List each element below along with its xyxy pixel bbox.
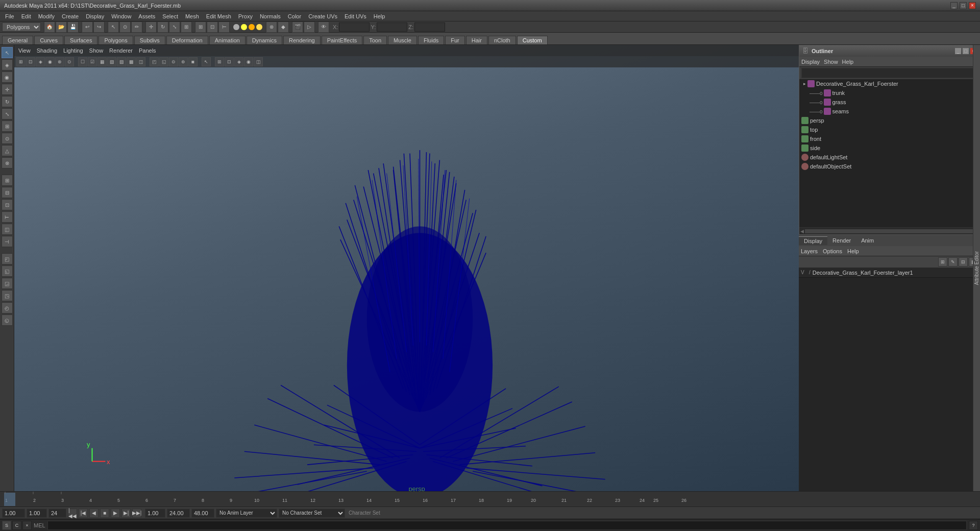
tool11-btn[interactable]: ⊞ bbox=[2, 175, 13, 186]
menu-assets[interactable]: Assets bbox=[135, 13, 158, 20]
stop-btn[interactable]: ■ bbox=[100, 509, 109, 518]
vp-icon-2[interactable]: ⊡ bbox=[26, 57, 35, 66]
tab-fluids[interactable]: Fluids bbox=[418, 36, 444, 44]
move-btn[interactable]: ✛ bbox=[145, 21, 157, 33]
tool9-btn[interactable]: △ bbox=[2, 145, 13, 156]
color-btn-4[interactable] bbox=[256, 23, 263, 31]
tool6-btn[interactable]: ⤡ bbox=[2, 108, 13, 119]
outliner-item-side[interactable]: side bbox=[799, 143, 979, 153]
menu-modify[interactable]: Modify bbox=[35, 13, 58, 20]
tool10-btn[interactable]: ⊗ bbox=[2, 157, 13, 168]
tab-subdivs[interactable]: Subdivs bbox=[134, 36, 165, 44]
outliner-item-front[interactable]: front bbox=[799, 134, 979, 143]
tool16-btn[interactable]: ⊣ bbox=[2, 236, 13, 247]
outliner-item-persp[interactable]: persp bbox=[799, 116, 979, 125]
vp-menu-lighting[interactable]: Lighting bbox=[63, 47, 83, 54]
tab-painteffects[interactable]: PaintEffects bbox=[322, 36, 363, 44]
attribute-editor-label[interactable]: Attribute Editor bbox=[974, 251, 979, 285]
outliner-menu-help[interactable]: Help bbox=[842, 59, 854, 65]
current-frame-input[interactable] bbox=[2, 509, 25, 518]
vp-icon-1[interactable]: ⊞ bbox=[16, 57, 26, 66]
menu-window[interactable]: Window bbox=[108, 13, 134, 20]
menu-mesh[interactable]: Mesh bbox=[182, 13, 202, 20]
transform-btn[interactable]: ⊞ bbox=[181, 21, 192, 33]
menu-proxy[interactable]: Proxy bbox=[235, 13, 256, 20]
tab-ncloth[interactable]: nCloth bbox=[488, 36, 516, 44]
outliner-item-decorative-grass[interactable]: ▸ Decorative_Grass_Karl_Foerster bbox=[799, 79, 979, 88]
tool15-btn[interactable]: ◫ bbox=[2, 224, 13, 235]
tab-fur[interactable]: Fur bbox=[445, 36, 465, 44]
outliner-search-bar[interactable] bbox=[801, 68, 977, 78]
z-field[interactable] bbox=[414, 22, 445, 32]
history-btn[interactable]: ⊗ bbox=[266, 21, 277, 33]
vp-icon-10[interactable]: ▧ bbox=[107, 57, 116, 66]
range-start-input[interactable] bbox=[27, 509, 47, 518]
step-back-btn[interactable]: |◀ bbox=[79, 509, 88, 518]
menu-create[interactable]: Create bbox=[59, 13, 82, 20]
jump-end-btn[interactable]: ▶▶| bbox=[132, 509, 141, 518]
color-btn-3[interactable] bbox=[248, 23, 255, 31]
outliner-hscroll[interactable]: ◀ ▶ bbox=[799, 227, 979, 234]
tool21-btn[interactable]: ◴ bbox=[2, 302, 13, 313]
snap1-btn[interactable]: ⊞ bbox=[195, 21, 206, 33]
close-button[interactable]: × bbox=[969, 2, 976, 9]
menu-help[interactable]: Help bbox=[371, 13, 388, 20]
layer-tool-2[interactable]: ✎ bbox=[948, 257, 958, 267]
vp-icon-20[interactable]: ⊞ bbox=[215, 57, 224, 66]
outliner-item-top[interactable]: top bbox=[799, 125, 979, 134]
outliner-item-grass[interactable]: ——o grass bbox=[799, 98, 979, 107]
vp-icon-7[interactable]: ☐ bbox=[78, 57, 87, 66]
tool4-btn[interactable]: ✛ bbox=[2, 84, 13, 95]
anim-layer-select[interactable]: No Anim Layer bbox=[216, 509, 277, 518]
vp-icon-17[interactable]: ⊛ bbox=[179, 57, 188, 66]
vp-icon-18[interactable]: ◙ bbox=[188, 57, 198, 66]
tab-custom[interactable]: Custom bbox=[517, 36, 548, 44]
cb-menu-layers[interactable]: Layers bbox=[801, 248, 818, 254]
outliner-minimize[interactable]: _ bbox=[955, 48, 961, 54]
vp-icon-21[interactable]: ⊡ bbox=[225, 57, 234, 66]
tab-surfaces[interactable]: Surfaces bbox=[64, 36, 97, 44]
tab-deformation[interactable]: Deformation bbox=[166, 36, 208, 44]
layer-content-area[interactable]: V / Decorative_Grass_Karl_Foerster_layer… bbox=[799, 268, 980, 491]
tool19-btn[interactable]: ◲ bbox=[2, 278, 13, 289]
menu-color[interactable]: Color bbox=[285, 13, 304, 20]
render-btn[interactable]: 🎬 bbox=[292, 21, 303, 33]
redo-btn[interactable]: ↪ bbox=[93, 21, 105, 33]
tool3-btn[interactable]: ◉ bbox=[2, 71, 13, 83]
select-btn[interactable]: ↖ bbox=[108, 21, 119, 33]
tab-anim[interactable]: Anim bbox=[856, 236, 879, 245]
cb-menu-options[interactable]: Options bbox=[823, 248, 842, 254]
vp-menu-show[interactable]: Show bbox=[89, 47, 104, 54]
mel-input[interactable] bbox=[47, 521, 967, 530]
tool7-btn[interactable]: ⊞ bbox=[2, 120, 13, 132]
character-set-select[interactable]: No Character Set bbox=[279, 509, 345, 518]
show-hide-btn[interactable]: 👁 bbox=[318, 21, 329, 33]
timeline-area[interactable]: 1 2 3 4 5 6 7 8 9 10 11 12 13 14 15 16 1… bbox=[0, 491, 980, 506]
minimize-button[interactable]: _ bbox=[950, 2, 958, 9]
home-btn[interactable]: 🏠 bbox=[44, 21, 55, 33]
vp-icon-8[interactable]: ☑ bbox=[88, 57, 97, 66]
open-btn[interactable]: 📂 bbox=[56, 21, 67, 33]
vp-icon-3[interactable]: ◈ bbox=[36, 57, 45, 66]
tool18-btn[interactable]: ◱ bbox=[2, 266, 13, 277]
vp-icon-9[interactable]: ▦ bbox=[97, 57, 107, 66]
snap2-btn[interactable]: ⊡ bbox=[207, 21, 218, 33]
menu-display[interactable]: Display bbox=[83, 13, 107, 20]
tool8-btn[interactable]: ⊙ bbox=[2, 133, 13, 144]
range-start2-input[interactable] bbox=[145, 509, 165, 518]
lasso-btn[interactable]: ⊙ bbox=[119, 21, 131, 33]
save-btn[interactable]: 💾 bbox=[67, 21, 79, 33]
tab-curves[interactable]: Curves bbox=[34, 36, 63, 44]
menu-edit[interactable]: Edit bbox=[18, 13, 34, 20]
scroll-left-btn[interactable]: ◀ bbox=[800, 229, 804, 234]
tab-toon[interactable]: Toon bbox=[363, 36, 387, 44]
tool17-btn[interactable]: ◰ bbox=[2, 253, 13, 264]
tool22-btn[interactable]: ◵ bbox=[2, 315, 13, 326]
vp-menu-shading[interactable]: Shading bbox=[37, 47, 57, 54]
vp-icon-23[interactable]: ◉ bbox=[244, 57, 253, 66]
tool20-btn[interactable]: ◳ bbox=[2, 290, 13, 301]
undo-btn[interactable]: ↩ bbox=[82, 21, 93, 33]
tab-hair[interactable]: Hair bbox=[466, 36, 487, 44]
layer-tool-1[interactable]: ⊞ bbox=[938, 257, 947, 267]
vp-icon-24[interactable]: ◫ bbox=[254, 57, 263, 66]
